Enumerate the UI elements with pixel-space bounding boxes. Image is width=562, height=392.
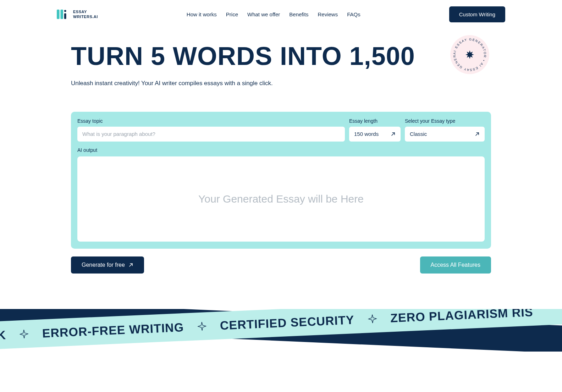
output-label: AI output	[77, 147, 485, 153]
nav-benefits[interactable]: Benefits	[289, 11, 308, 17]
form-row: Essay topic Essay length 150 words Selec…	[77, 118, 485, 142]
type-value: Classic	[410, 131, 427, 137]
ticker-item: CERTIFIED SECURITY	[220, 313, 354, 332]
nav-how-it-works[interactable]: How it works	[187, 11, 217, 17]
nav-reviews[interactable]: Reviews	[318, 11, 338, 17]
field-type: Select your Essay type Classic	[405, 118, 485, 142]
logo-icon	[57, 10, 70, 20]
star-icon	[19, 329, 29, 339]
star-icon	[197, 321, 206, 331]
ticker: RISK ERROR-FREE WRITING CERTIFIED SECURI…	[0, 309, 562, 352]
access-all-features-button[interactable]: Access All Features	[420, 256, 491, 274]
generate-label: Generate for free	[82, 262, 125, 268]
arrow-icon	[475, 132, 480, 137]
nav-faqs[interactable]: FAQs	[347, 11, 360, 17]
type-label: Select your Essay type	[405, 118, 485, 124]
logo[interactable]: ESSAYWRITERS.AI	[57, 10, 98, 20]
hero-title: TURN 5 WORDS INTO 1,500	[71, 43, 491, 70]
essay-form: Essay topic Essay length 150 words Selec…	[71, 112, 491, 249]
nav-what-we-offer[interactable]: What we offer	[247, 11, 280, 17]
length-select[interactable]: 150 words	[349, 127, 401, 142]
main-nav: How it works Price What we offer Benefit…	[112, 11, 435, 17]
generate-button[interactable]: Generate for free	[71, 256, 144, 274]
hero: TURN 5 WORDS INTO 1,500 Unleash instant …	[0, 29, 562, 87]
header: ESSAYWRITERS.AI How it works Price What …	[0, 0, 562, 29]
svg-rect-1	[60, 10, 63, 19]
svg-point-3	[64, 10, 66, 12]
svg-rect-0	[57, 10, 60, 19]
type-select[interactable]: Classic	[405, 127, 485, 142]
length-value: 150 words	[354, 131, 379, 137]
logo-text: ESSAYWRITERS.AI	[73, 10, 98, 19]
length-label: Essay length	[349, 118, 401, 124]
ticker-item: ERROR-FREE WRITING	[42, 320, 184, 340]
field-length: Essay length 150 words	[349, 118, 401, 142]
star-icon	[368, 314, 377, 324]
ai-essay-generator-badge: AI ESSAY GENERATOR • AI ESSAY GENERATOR …	[450, 35, 489, 74]
arrow-icon	[391, 132, 396, 137]
actions: Generate for free Access All Features	[71, 256, 491, 274]
output-placeholder: Your Generated Essay will be Here	[198, 193, 364, 205]
ticker-item: RISK	[0, 328, 6, 343]
svg-rect-2	[64, 13, 66, 19]
topic-input[interactable]	[77, 127, 345, 142]
topic-label: Essay topic	[77, 118, 345, 124]
ticker-item: ZERO PLAGIARISM RIS	[390, 309, 533, 325]
custom-writing-button[interactable]: Custom Writing	[449, 6, 505, 22]
nav-price[interactable]: Price	[226, 11, 238, 17]
arrow-icon	[128, 263, 133, 267]
field-topic: Essay topic	[77, 118, 345, 142]
output-box: Your Generated Essay will be Here	[77, 156, 485, 242]
hero-subtitle: Unleash instant creativity! Your AI writ…	[71, 80, 491, 87]
